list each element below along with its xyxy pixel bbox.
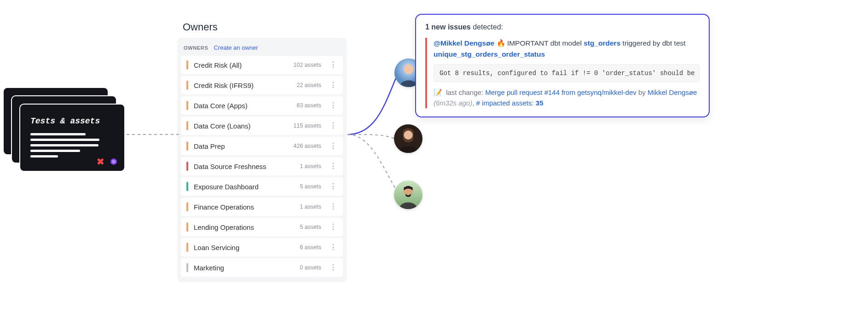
fire-icon: 🔥 (497, 39, 505, 47)
kebab-menu-icon[interactable] (328, 143, 338, 149)
owner-row[interactable]: Finance Operations1 assets (181, 198, 343, 216)
owner-asset-count: 5 assets (300, 224, 321, 230)
owners-header-label: OWNERS (184, 45, 208, 51)
owner-asset-count: 426 assets (294, 143, 321, 149)
owner-name: Data Source Freshness (194, 163, 300, 170)
owner-row[interactable]: Lending Operations5 assets (181, 218, 343, 236)
owner-color-bar (186, 162, 188, 171)
owner-color-bar (186, 243, 188, 252)
kebab-menu-icon[interactable] (328, 224, 338, 230)
kebab-menu-icon[interactable] (328, 62, 338, 68)
notif-text-2: triggered by dbt test (620, 39, 685, 47)
owner-name: Credit Risk (All) (194, 61, 294, 69)
issue-notification: 1 new issues detected: @Mikkel Dengsøe 🔥… (415, 14, 710, 117)
owner-asset-count: 1 assets (300, 204, 321, 210)
owner-row[interactable]: Data Source Freshness1 assets (181, 157, 343, 175)
tests-assets-card: Tests & assets ✖ (19, 104, 125, 172)
svg-point-6 (404, 131, 412, 140)
owner-asset-count: 102 assets (294, 62, 321, 68)
owner-name: Marketing (194, 264, 300, 272)
model-link[interactable]: stg_orders (584, 39, 620, 47)
kebab-menu-icon[interactable] (328, 163, 338, 169)
owner-row[interactable]: Exposure Dashboard5 assets (181, 177, 343, 196)
impacted-sep: , (472, 99, 476, 107)
tests-assets-title: Tests & assets (30, 117, 114, 126)
memo-icon: 📝 (434, 88, 442, 96)
create-owner-link[interactable]: Create an owner (214, 44, 258, 51)
owner-asset-count: 6 assets (300, 244, 321, 251)
impacted-link[interactable]: # impacted assets: (476, 99, 536, 107)
author-link[interactable]: Mikkel Dengsøe (648, 88, 697, 96)
asset-hexagon-icon (110, 158, 118, 166)
owner-asset-count: 0 assets (300, 264, 321, 271)
owners-panel: OWNERS Create an owner Credit Risk (All)… (177, 38, 347, 282)
owner-color-bar (186, 121, 188, 130)
owner-color-bar (186, 182, 188, 191)
owner-name: Data Core (Loans) (194, 122, 294, 130)
kebab-menu-icon[interactable] (328, 103, 338, 108)
notif-text-1: IMPORTANT dbt model (505, 39, 584, 47)
kebab-menu-icon[interactable] (328, 123, 338, 128)
owner-color-bar (186, 101, 188, 110)
by-label: by (637, 88, 648, 96)
owner-name: Finance Operations (194, 203, 300, 211)
owner-row[interactable]: Credit Risk (All)102 assets (181, 56, 343, 74)
headline-suffix: detected: (471, 23, 503, 31)
kebab-menu-icon[interactable] (328, 204, 338, 210)
tests-assets-card-stack: Tests & assets ✖ (3, 87, 127, 175)
owner-row[interactable]: Data Prep426 assets (181, 137, 343, 155)
owner-asset-count: 83 assets (296, 102, 321, 109)
time-ago: (6m32s ago) (434, 99, 472, 107)
error-code-block: Got 8 results, configured to fail if != … (434, 64, 700, 82)
owner-row[interactable]: Data Core (Loans)115 assets (181, 117, 343, 135)
owner-name: Credit Risk (IFRS9) (194, 82, 296, 89)
owner-name: Data Prep (194, 142, 294, 150)
notification-headline: 1 new issues detected: (425, 23, 700, 31)
owner-color-bar (186, 263, 188, 272)
notification-mention[interactable]: @Mikkel Dengsøe (434, 39, 494, 47)
impacted-count: 35 (536, 99, 544, 107)
owner-name: Lending Operations (194, 223, 300, 231)
kebab-menu-icon[interactable] (328, 184, 338, 189)
new-issues-count: 1 new issues (425, 23, 471, 31)
kebab-menu-icon[interactable] (328, 245, 338, 250)
owner-asset-count: 5 assets (300, 183, 321, 190)
test-link[interactable]: unique_stg_orders_order_status (434, 50, 545, 58)
owner-row[interactable]: Credit Risk (IFRS9)22 assets (181, 76, 343, 94)
pr-link[interactable]: Merge pull request #144 from getsynq/mik… (485, 88, 637, 96)
card-lines (30, 133, 114, 158)
avatar-owner-2 (394, 124, 422, 153)
owners-section-title: Owners (183, 21, 218, 33)
owner-color-bar (186, 141, 188, 151)
fail-icon: ✖ (97, 157, 106, 166)
owner-name: Exposure Dashboard (194, 183, 300, 191)
svg-point-3 (404, 64, 413, 74)
last-change-label: last change: (444, 88, 485, 96)
owner-name: Data Core (Apps) (194, 102, 296, 110)
owner-color-bar (186, 81, 188, 90)
owner-row[interactable]: Loan Servicing6 assets (181, 238, 343, 257)
owners-list: Credit Risk (All)102 assetsCredit Risk (… (181, 56, 343, 277)
owner-asset-count: 1 assets (300, 163, 321, 169)
owner-color-bar (186, 222, 188, 232)
owner-row[interactable]: Data Core (Apps)83 assets (181, 96, 343, 115)
avatar-owner-3 (394, 181, 422, 209)
owner-asset-count: 115 assets (294, 122, 321, 129)
owner-name: Loan Servicing (194, 244, 300, 251)
owner-color-bar (186, 202, 188, 211)
owner-color-bar (186, 60, 188, 70)
owner-row[interactable]: Marketing0 assets (181, 258, 343, 277)
owner-asset-count: 22 assets (296, 82, 321, 88)
kebab-menu-icon[interactable] (328, 265, 338, 270)
kebab-menu-icon[interactable] (328, 82, 338, 88)
